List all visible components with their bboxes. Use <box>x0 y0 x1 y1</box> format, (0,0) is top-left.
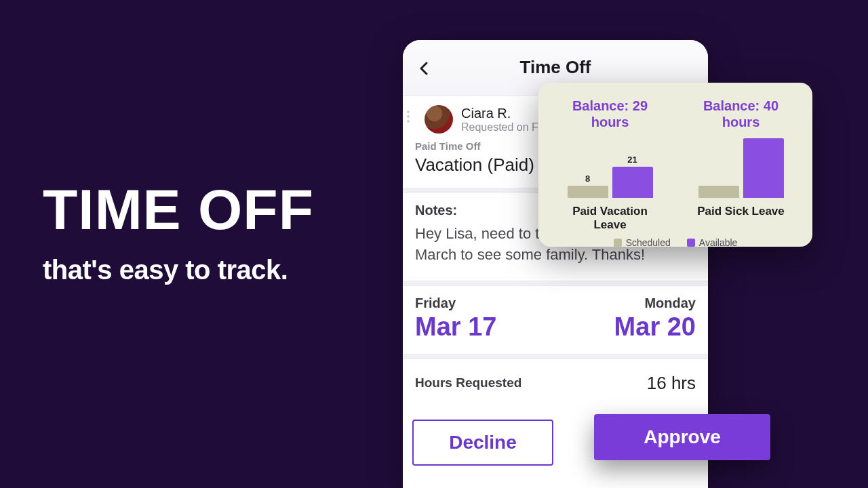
bar-group <box>686 137 796 198</box>
avatar <box>425 105 453 134</box>
balance-column: Balance: 29 hours821Paid Vacation Leave <box>555 98 665 232</box>
balance-category-label: Paid Vacation Leave <box>555 205 665 232</box>
bar-scheduled-label: 8 <box>568 174 608 184</box>
bar-scheduled <box>698 186 739 198</box>
hours-value: 16 hrs <box>647 373 696 394</box>
hours-label: Hours Requested <box>415 375 521 390</box>
balance-title: Balance: 29 hours <box>555 98 665 130</box>
more-icon[interactable] <box>407 110 410 123</box>
balance-category-label: Paid Sick Leave <box>697 205 785 218</box>
legend-scheduled: Scheduled <box>614 237 671 248</box>
bar-scheduled: 8 <box>568 186 608 198</box>
bar-group: 821 <box>555 137 665 198</box>
divider <box>403 354 708 359</box>
end-date-value: Mar 20 <box>614 312 696 342</box>
legend-available: Available <box>687 237 738 248</box>
hero-title: TIME OFF <box>43 183 368 237</box>
start-date-value: Mar 17 <box>415 312 496 342</box>
divider <box>403 281 708 286</box>
end-date: Monday Mar 20 <box>614 296 696 342</box>
approve-button[interactable]: Approve <box>594 414 770 460</box>
legend-available-label: Available <box>699 237 738 248</box>
start-day-of-week: Friday <box>415 296 496 311</box>
decline-button[interactable]: Decline <box>412 420 553 466</box>
card-title: Time Off <box>403 57 708 78</box>
bar-available: 21 <box>612 167 653 198</box>
hero-block: TIME OFF that's easy to track. <box>43 183 368 285</box>
back-chevron-icon[interactable] <box>416 60 433 77</box>
balance-popover: Balance: 29 hours821Paid Vacation LeaveB… <box>538 83 812 247</box>
end-day-of-week: Monday <box>614 296 696 311</box>
start-date: Friday Mar 17 <box>415 296 496 342</box>
bar-available <box>743 138 784 198</box>
date-range: Friday Mar 17 Monday Mar 20 <box>403 286 708 354</box>
balance-title: Balance: 40 hours <box>686 98 796 130</box>
bar-available-label: 21 <box>612 155 653 165</box>
hours-requested-row: Hours Requested 16 hrs <box>403 359 708 407</box>
legend-scheduled-label: Scheduled <box>626 237 671 248</box>
hero-subtitle: that's easy to track. <box>43 255 368 285</box>
balance-columns: Balance: 29 hours821Paid Vacation LeaveB… <box>555 98 796 232</box>
chart-legend: Scheduled Available <box>555 237 796 248</box>
balance-column: Balance: 40 hoursPaid Sick Leave <box>686 98 796 232</box>
